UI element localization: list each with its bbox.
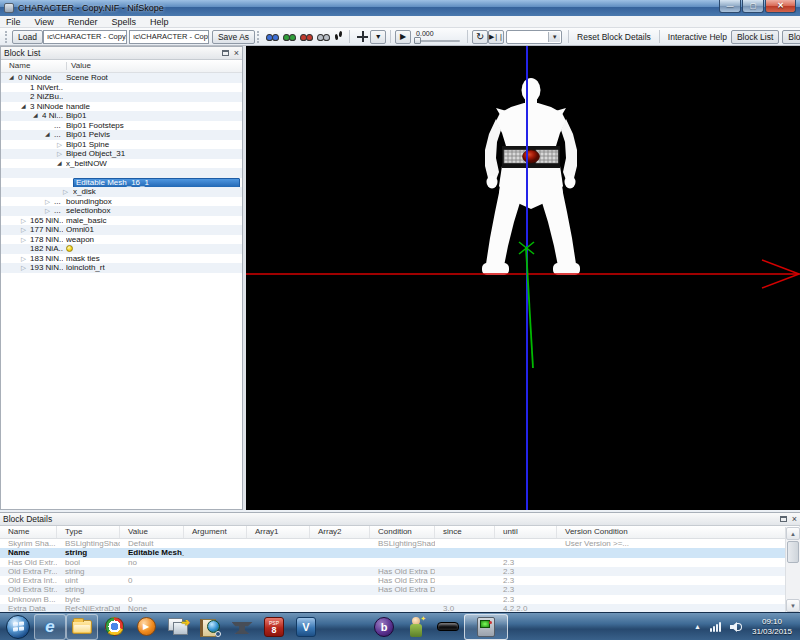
details-row[interactable]: Unknown B...byte02.3 — [0, 595, 785, 604]
tree-row[interactable]: ◢...Bip01 Pelvis — [1, 130, 242, 140]
tree-expand-icon[interactable]: ▷ — [21, 235, 29, 245]
tree-row[interactable]: ▷165 NiN...male_basic — [1, 216, 242, 226]
reset-block-details-button[interactable]: Reset Block Details — [573, 31, 655, 43]
tree-row[interactable]: 182 NiA... — [1, 244, 242, 254]
details-row[interactable]: Skyrim Sha...BSLightingShad...DefaultBSL… — [0, 539, 785, 548]
details-column-since[interactable]: since — [435, 526, 495, 538]
network-icon[interactable] — [710, 622, 722, 632]
taskbar-media-player[interactable]: ▶ — [130, 614, 162, 640]
close-panel-icon[interactable]: × — [792, 515, 797, 524]
details-column-value[interactable]: Value — [120, 526, 184, 538]
tree-expand-icon[interactable]: ▷ — [45, 197, 53, 207]
details-column-condition[interactable]: Condition — [370, 526, 435, 538]
float-panel-icon[interactable] — [780, 516, 787, 522]
interactive-help-button[interactable]: Interactive Help — [664, 31, 731, 43]
load-button[interactable]: Load — [12, 30, 43, 44]
tree-row[interactable] — [1, 168, 242, 178]
tree-expand-icon[interactable]: ▷ — [63, 187, 71, 197]
block-details-toggle-button[interactable]: Block Details — [782, 30, 800, 44]
target-path-field[interactable]: ıc\CHARACTER - Copy.NIF — [129, 30, 209, 44]
taskbar-video-tool[interactable]: V — [290, 614, 322, 640]
tree-collapse-icon[interactable]: ◢ — [21, 102, 29, 112]
move-tool-icon[interactable] — [354, 30, 370, 44]
tree-expand-icon[interactable]: ▷ — [21, 216, 29, 226]
menu-render[interactable]: Render — [68, 16, 98, 28]
taskbar-file-explorer[interactable] — [66, 614, 98, 640]
tree-expand-icon[interactable]: ▷ — [21, 254, 29, 264]
tree-row[interactable]: ▷178 NiN...weapon — [1, 235, 242, 245]
details-column-version-condition[interactable]: Version Condition — [557, 526, 800, 538]
taskbar-nifskope-active[interactable] — [464, 614, 508, 640]
anim-slider-thumb[interactable] — [414, 37, 421, 44]
anim-slider[interactable] — [414, 37, 460, 44]
tree-row[interactable]: ▷193 NiN...loincloth_rt — [1, 263, 242, 273]
tray-expand-icon[interactable]: ▲ — [694, 623, 701, 630]
tree-collapse-icon[interactable]: ◢ — [45, 130, 53, 140]
switch-anim-button[interactable]: ▶❘❘ — [488, 30, 504, 44]
tree-expand-icon[interactable]: ▷ — [57, 140, 65, 150]
taskbar-clock[interactable]: 09:10 31/03/2015 — [752, 617, 798, 637]
taskbar-chrome[interactable] — [98, 614, 130, 640]
tree-collapse-icon[interactable]: ◢ — [33, 111, 41, 121]
details-row[interactable]: Old Extra Int...uint0Has Old Extra D...2… — [0, 576, 785, 585]
taskbar-console-app[interactable] — [432, 614, 464, 640]
details-column-array2[interactable]: Array2 — [310, 526, 370, 538]
loop-anim-button[interactable]: ↻ — [472, 30, 488, 44]
glasses-red-icon[interactable] — [300, 33, 313, 41]
menu-view[interactable]: View — [35, 16, 54, 28]
tree-expand-icon[interactable]: ▷ — [21, 225, 29, 235]
footsteps-icon[interactable] — [334, 31, 343, 42]
tree-row[interactable]: Editable Mesh_16_1 — [1, 178, 242, 188]
details-row[interactable]: Old Extra Str...stringHas Old Extra D...… — [0, 585, 785, 594]
tree-row[interactable]: ...Bip01 Footsteps — [1, 121, 242, 131]
details-row[interactable]: Old Extra Pr...stringHas Old Extra D...2… — [0, 567, 785, 576]
tree-row[interactable]: ◢0 NiNodeScene Root — [1, 73, 242, 83]
tree-row[interactable]: ◢3 NiNodehandle — [1, 102, 242, 112]
tree-row[interactable]: ▷...boundingbox — [1, 197, 242, 207]
details-column-array1[interactable]: Array1 — [247, 526, 310, 538]
taskbar-bittorrent[interactable]: b — [368, 614, 400, 640]
tree-row[interactable]: ▷Bip01 Spine — [1, 140, 242, 150]
tree-expand-icon[interactable]: ▷ — [45, 206, 53, 216]
menu-spells[interactable]: Spells — [111, 16, 136, 28]
tree-row[interactable]: 1 NiVert... — [1, 83, 242, 93]
view-dropdown-button[interactable]: ▼ — [370, 30, 386, 44]
menu-file[interactable]: File — [6, 16, 21, 28]
tree-row[interactable]: 2 NiZBu... — [1, 92, 242, 102]
taskbar-screen-capture[interactable]: ➔ — [162, 614, 194, 640]
source-path-field[interactable]: ıc\CHARACTER - Copy.NIF — [43, 30, 127, 44]
taskbar-psp8[interactable]: PSP8 — [258, 614, 290, 640]
toolbar-drag-handle[interactable] — [5, 31, 8, 43]
minimize-button[interactable]: — — [719, 0, 741, 13]
tree-row[interactable]: ◢x_beltNOW — [1, 159, 242, 169]
viewport-3d[interactable] — [246, 46, 800, 510]
toolbar-drag-handle[interactable] — [257, 31, 260, 43]
scroll-up-icon[interactable]: ▲ — [786, 527, 800, 540]
glasses-blue-icon[interactable] — [266, 33, 279, 41]
tree-row[interactable]: ▷177 NiN...Omni01 — [1, 225, 242, 235]
taskbar-reference-book[interactable] — [194, 614, 226, 640]
taskbar-start-button[interactable] — [2, 614, 34, 640]
menu-help[interactable]: Help — [150, 16, 169, 28]
details-row[interactable]: Has Old Extr...boolno2.3 — [0, 558, 785, 567]
block-list-toggle-button[interactable]: Block List — [731, 30, 779, 44]
float-panel-icon[interactable] — [222, 50, 229, 56]
scrollbar-thumb[interactable] — [787, 541, 799, 563]
details-row[interactable]: NamestringEditable Mesh_... — [0, 548, 785, 557]
column-value[interactable]: Value — [71, 61, 91, 70]
combo-arrow-icon[interactable]: ▼ — [548, 32, 560, 42]
details-row[interactable]: Extra DataRef<NiExtraData>None3.04.2.2.0 — [0, 604, 785, 612]
details-column-argument[interactable]: Argument — [184, 526, 247, 538]
close-panel-icon[interactable]: × — [234, 49, 239, 58]
glasses-green-icon[interactable] — [283, 33, 296, 41]
details-column-type[interactable]: Type — [57, 526, 120, 538]
save-as-button[interactable]: Save As — [212, 30, 255, 44]
glasses-gray-icon[interactable] — [317, 33, 330, 41]
scroll-down-icon[interactable]: ▼ — [786, 599, 800, 612]
details-column-name[interactable]: Name — [0, 526, 57, 538]
tree-row[interactable]: ◢4 Ni...Bip01 — [1, 111, 242, 121]
taskbar-anvil-app[interactable] — [226, 614, 258, 640]
taskbar-wizard-app[interactable]: ✦ — [400, 614, 432, 640]
animation-combobox[interactable]: ▼ — [506, 30, 562, 44]
details-scrollbar[interactable]: ▲ ▼ — [785, 527, 800, 612]
